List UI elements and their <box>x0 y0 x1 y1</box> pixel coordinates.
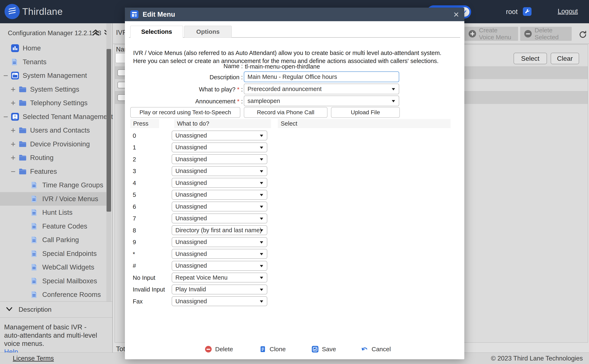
action-select-invalid-input[interactable]: Play Invalid <box>172 285 267 294</box>
clone-icon <box>259 346 266 353</box>
clear-button[interactable]: Clear <box>551 53 579 64</box>
refresh-icon[interactable] <box>578 30 587 39</box>
action-select-3[interactable]: Unassigned <box>172 166 267 176</box>
sidebar-item-system-management[interactable]: −System Management <box>0 69 106 83</box>
action-select-4[interactable]: Unassigned <box>172 178 267 188</box>
chevron-down-icon <box>260 229 263 232</box>
record-via-phone-call-button[interactable]: Record via Phone Call <box>244 107 328 118</box>
press-row-: #Unassigned <box>125 260 464 272</box>
doc-icon <box>31 181 39 189</box>
delete-selected-button[interactable]: Delete Selected <box>520 27 572 41</box>
save-button[interactable]: Save <box>312 343 336 355</box>
sidebar-item-label: Selected Tenant Management <box>23 113 113 121</box>
required-asterisk: * <box>237 86 240 93</box>
sidebar-item-conference-rooms[interactable]: Conference Rooms <box>0 288 106 302</box>
sidebar-item-feature-codes[interactable]: Feature Codes <box>0 220 106 233</box>
button-label: Save <box>322 346 336 353</box>
action-select-[interactable]: Unassigned <box>172 249 267 259</box>
play-or-record-using-text-to-speech-button[interactable]: Play or record using Text-to-Speech <box>130 107 240 118</box>
select-column-header: Select <box>278 119 450 128</box>
sidebar-item-telephony-settings[interactable]: +Telephony Settings <box>0 96 106 110</box>
press-key: 6 <box>133 203 136 210</box>
create-voice-menu-button[interactable]: Create Voice Menu <box>464 27 518 41</box>
modal-header: Edit Menu × <box>125 8 464 21</box>
press-key: Fax <box>133 298 143 305</box>
sidebar-item-time-range-groups[interactable]: Time Range Groups <box>0 178 106 192</box>
brand-title: Thirdlane <box>22 6 63 17</box>
action-select-[interactable]: Unassigned <box>172 261 267 271</box>
sidebar-item-label: Hunt Lists <box>42 208 73 216</box>
press-row-8: 8Directory (by first and last name) <box>125 224 464 236</box>
chevron-down-icon <box>260 158 263 161</box>
expander-minus-icon[interactable]: − <box>3 113 11 121</box>
tab-options[interactable]: Options <box>184 26 232 38</box>
announcement-label: Announcement * : <box>130 98 243 105</box>
cancel-button[interactable]: Cancel <box>361 343 391 355</box>
sidebar-item-hunt-lists[interactable]: Hunt Lists <box>0 206 106 220</box>
sidebar-item-ivr-voice-menus[interactable]: IVR / Voice Menus <box>0 192 106 206</box>
sidebar-item-system-settings[interactable]: +System Settings <box>0 83 106 96</box>
what-to-play-select[interactable]: Prerecorded announcement <box>244 84 399 94</box>
action-select-2[interactable]: Unassigned <box>172 154 267 164</box>
action-select-9[interactable]: Unassigned <box>172 237 267 247</box>
description-panel-header[interactable]: Description <box>0 302 113 318</box>
logout-link[interactable]: Logout <box>558 7 578 15</box>
press-row-3: 3Unassigned <box>125 165 464 177</box>
expander-plus-icon[interactable]: + <box>11 140 19 148</box>
action-select-no-input[interactable]: Repeat Voice Menu <box>172 273 267 282</box>
sidebar-item-label: Conference Rooms <box>42 291 101 299</box>
sidebar-item-special-endpoints[interactable]: Special Endpoints <box>0 247 106 261</box>
expander-plus-icon[interactable]: + <box>11 85 19 93</box>
tab-selections[interactable]: Selections <box>130 26 183 38</box>
name-label: Name : <box>130 63 243 70</box>
sidebar-item-special-mailboxes[interactable]: Special Mailboxes <box>0 274 106 288</box>
action-select-fax[interactable]: Unassigned <box>172 296 267 306</box>
action-select-6[interactable]: Unassigned <box>172 202 267 211</box>
action-select-0[interactable]: Unassigned <box>172 130 267 140</box>
sidebar-item-label: Time Range Groups <box>42 181 103 189</box>
action-select-5[interactable]: Unassigned <box>172 190 267 200</box>
sidebar-item-webcall-widgets[interactable]: WebCall Widgets <box>0 260 106 274</box>
license-terms-link[interactable]: License Terms <box>13 355 54 362</box>
select-button[interactable]: Select <box>514 53 547 64</box>
action-select-1[interactable]: Unassigned <box>172 143 267 152</box>
action-select-7[interactable]: Unassigned <box>172 214 267 223</box>
user-name: root <box>506 8 518 16</box>
wrench-icon[interactable] <box>523 7 531 16</box>
description-input[interactable]: Main Menu - Regular Office hours <box>244 72 399 82</box>
clone-button[interactable]: Clone <box>259 343 286 355</box>
collapse-all-icon[interactable] <box>92 29 99 37</box>
press-row-invalid-input: Invalid InputPlay Invalid <box>125 284 464 296</box>
press-key: 8 <box>133 227 136 234</box>
action-value: Directory (by first and last name) <box>175 227 262 234</box>
upload-file-button[interactable]: Upload File <box>331 107 400 118</box>
action-value: Unassigned <box>175 156 207 163</box>
sidebar-item-call-parking[interactable]: Call Parking <box>0 233 106 247</box>
action-select-8[interactable]: Directory (by first and last name) <box>172 225 267 235</box>
action-value: Repeat Voice Menu <box>175 274 228 281</box>
expander-plus-icon[interactable]: + <box>11 154 19 162</box>
close-icon[interactable]: × <box>453 9 459 20</box>
sidebar-item-selected-tenant-management[interactable]: −Selected Tenant Management <box>0 110 106 124</box>
description-label: Description : <box>130 74 243 81</box>
expander-minus-icon[interactable]: − <box>11 168 19 176</box>
sidebar-scrollbar-thumb[interactable] <box>107 49 111 212</box>
sidebar-item-routing[interactable]: +Routing <box>0 151 106 165</box>
folder-icon <box>19 126 27 134</box>
expander-plus-icon[interactable]: + <box>11 99 19 107</box>
sidebar-item-users-and-contacts[interactable]: +Users and Contacts <box>0 124 106 137</box>
expander-minus-icon[interactable]: − <box>3 72 11 79</box>
announcement-select[interactable]: sampleopen <box>244 96 399 106</box>
description-panel-title: Description <box>19 306 52 313</box>
edit-menu-modal: Edit Menu × SelectionsOptions IVR / Voic… <box>125 8 464 359</box>
delete-button[interactable]: Delete <box>205 343 233 355</box>
sidebar-item-features[interactable]: −Features <box>0 165 106 178</box>
action-value: Unassigned <box>175 191 207 198</box>
sidebar-item-label: Users and Contacts <box>30 126 90 134</box>
sidebar-item-tenants[interactable]: Tenants <box>0 55 106 69</box>
press-row-fax: FaxUnassigned <box>125 295 464 307</box>
sidebar-item-home[interactable]: Home <box>0 41 106 55</box>
sidebar-item-device-provisioning[interactable]: +Device Provisioning <box>0 137 106 151</box>
sidebar-item-label: System Management <box>23 72 87 79</box>
expander-plus-icon[interactable]: + <box>11 126 19 134</box>
